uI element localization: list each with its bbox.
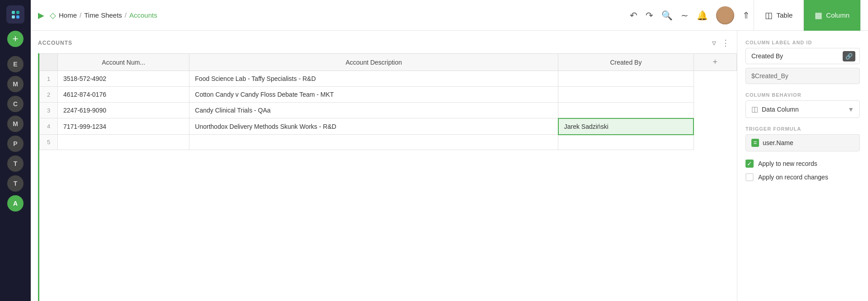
main-area: ▶ ◇ Home / Time Sheets / Accounts ↶ ↷ 🔍 … xyxy=(31,0,868,301)
row-num-1: 1 xyxy=(40,71,58,87)
col-header-rownum xyxy=(40,54,58,71)
panel-behavior-section: COLUMN BEHAVIOR ◫ Data Column ▼ xyxy=(745,92,860,118)
table-section-title: ACCOUNTS xyxy=(38,40,72,46)
table-header: ACCOUNTS ▿ ⋮ xyxy=(38,38,737,53)
cell-description-2[interactable]: Cotton Candy v Candy Floss Debate Team -… xyxy=(189,87,558,103)
table-row: 4 7171-999-1234 Unorthodox Delivery Meth… xyxy=(40,118,737,135)
tab-column[interactable]: ▦ Column xyxy=(804,0,861,31)
breadcrumb-icon: ◇ xyxy=(50,10,56,20)
breadcrumb-accounts[interactable]: Accounts xyxy=(129,11,157,19)
apply-changes-row[interactable]: Apply on record changes xyxy=(745,173,860,181)
breadcrumb-sep2: / xyxy=(125,11,127,19)
cell-created-by-5[interactable] xyxy=(558,135,693,150)
sidebar-item-m[interactable]: M xyxy=(7,76,24,92)
table-row: 3 2247-619-9090 Candy Clinical Trials - … xyxy=(40,103,737,118)
tab-table[interactable]: ◫ Table xyxy=(754,0,804,31)
data-table: Account Num... Account Description Creat… xyxy=(39,53,737,150)
column-icon: ▦ xyxy=(815,10,822,20)
cell-created-by-2[interactable] xyxy=(558,87,693,103)
cell-account-num-5[interactable] xyxy=(58,135,189,150)
cell-account-num-3[interactable]: 2247-619-9090 xyxy=(58,103,189,118)
cell-description-3[interactable]: Candy Clinical Trials - QAa xyxy=(189,103,558,118)
spreadsheet: Account Num... Account Description Creat… xyxy=(38,53,737,301)
row-num-5: 5 xyxy=(40,135,58,150)
apply-new-records-label: Apply to new records xyxy=(758,160,817,167)
app-logo xyxy=(6,5,24,24)
redo-icon[interactable]: ↷ xyxy=(646,10,653,21)
cell-description-1[interactable]: Food Science Lab - Taffy Specialists - R… xyxy=(189,71,558,87)
panel-apply-section: ✓ Apply to new records Apply on record c… xyxy=(745,160,860,181)
more-options-icon[interactable]: ⋮ xyxy=(722,38,730,48)
notification-icon[interactable]: 🔔 xyxy=(697,10,708,21)
apply-new-records-checkbox[interactable]: ✓ xyxy=(745,160,754,168)
panel-formula-section: TRIGGER FORMULA = user.Name xyxy=(745,126,860,151)
behavior-dropdown-value: Data Column xyxy=(762,106,844,113)
column-id-input[interactable] xyxy=(745,68,860,84)
cell-account-num-2[interactable]: 4612-874-0176 xyxy=(58,87,189,103)
row-num-2: 2 xyxy=(40,87,58,103)
col-header-created-by: Created By xyxy=(558,54,693,71)
cell-created-by-3[interactable] xyxy=(558,103,693,118)
sidebar-item-c[interactable]: C xyxy=(7,96,24,112)
breadcrumb-timesheets[interactable]: Time Sheets xyxy=(84,11,122,19)
apply-changes-label: Apply on record changes xyxy=(758,174,828,181)
panel-column-label-section: COLUMN LABEL AND ID 🔗 xyxy=(745,40,860,84)
breadcrumb-home[interactable]: Home xyxy=(59,11,77,19)
share-icon[interactable]: ∼ xyxy=(681,10,689,21)
col-header-account-num: Account Num... xyxy=(58,54,189,71)
row-num-3: 3 xyxy=(40,103,58,118)
link-icon[interactable]: 🔗 xyxy=(843,51,855,61)
data-column-icon: ◫ xyxy=(751,105,758,113)
sidebar-item-p[interactable]: P xyxy=(7,136,24,152)
table-row: 5 xyxy=(40,135,737,150)
panel-behavior-header: COLUMN BEHAVIOR xyxy=(745,92,860,98)
panel-label-id-header: COLUMN LABEL AND ID xyxy=(745,40,860,45)
panel-formula-header: TRIGGER FORMULA xyxy=(745,126,860,132)
breadcrumb-sep1: / xyxy=(80,11,81,19)
sidebar-item-a[interactable]: A xyxy=(7,195,24,212)
search-icon[interactable]: 🔍 xyxy=(661,10,673,21)
cell-description-4[interactable]: Unorthodox Delivery Methods Skunk Works … xyxy=(189,118,558,135)
apply-new-records-row[interactable]: ✓ Apply to new records xyxy=(745,160,860,168)
table-actions: ▿ ⋮ xyxy=(712,38,730,48)
sidebar-item-e[interactable]: E xyxy=(7,56,24,72)
formula-value: user.Name xyxy=(763,139,793,146)
formula-equals-icon: = xyxy=(751,139,759,147)
sidebar-toggle-button[interactable]: ▶ xyxy=(38,10,44,20)
cell-created-by-1[interactable] xyxy=(558,71,693,87)
cell-account-num-4[interactable]: 7171-999-1234 xyxy=(58,118,189,135)
add-column-button[interactable]: + xyxy=(693,54,736,71)
enter-icon[interactable]: ⇑ xyxy=(742,10,750,21)
cell-description-5[interactable] xyxy=(189,135,558,150)
view-toggle: ◫ Table ▦ Column xyxy=(754,0,861,31)
undo-icon[interactable]: ↶ xyxy=(630,10,637,21)
content-area: ACCOUNTS ▿ ⋮ Account Num... Account Desc… xyxy=(31,31,868,301)
filter-icon[interactable]: ▿ xyxy=(712,38,716,48)
sidebar-item-t2[interactable]: T xyxy=(7,175,24,192)
add-button[interactable]: + xyxy=(7,31,24,47)
row-num-4: 4 xyxy=(40,118,58,135)
table-row: 1 3518-572-4902 Food Science Lab - Taffy… xyxy=(40,71,737,87)
right-panel: COLUMN LABEL AND ID 🔗 COLUMN BEHAVIOR ◫ … xyxy=(737,31,868,301)
chevron-down-icon: ▼ xyxy=(848,106,854,113)
behavior-dropdown[interactable]: ◫ Data Column ▼ xyxy=(745,100,860,118)
col-header-description: Account Description xyxy=(189,54,558,71)
nav-actions: ↶ ↷ 🔍 ∼ 🔔 ⇑ xyxy=(630,6,750,24)
cell-created-by-4-selected[interactable]: Jarek Sadziński xyxy=(558,118,693,135)
trigger-formula-box[interactable]: = user.Name xyxy=(745,134,860,151)
table-row: 2 4612-874-0176 Cotton Candy v Candy Flo… xyxy=(40,87,737,103)
cell-account-num-1[interactable]: 3518-572-4902 xyxy=(58,71,189,87)
sidebar-item-m2[interactable]: M xyxy=(7,116,24,132)
table-section: ACCOUNTS ▿ ⋮ Account Num... Account Desc… xyxy=(31,31,737,301)
breadcrumb: ◇ Home / Time Sheets / Accounts xyxy=(50,10,157,20)
sidebar: + E M C M P T T A xyxy=(0,0,31,301)
apply-changes-checkbox[interactable] xyxy=(745,173,754,181)
sidebar-item-t[interactable]: T xyxy=(7,155,24,172)
top-nav: ▶ ◇ Home / Time Sheets / Accounts ↶ ↷ 🔍 … xyxy=(31,0,868,31)
avatar[interactable] xyxy=(716,6,734,24)
table-icon: ◫ xyxy=(765,10,773,20)
